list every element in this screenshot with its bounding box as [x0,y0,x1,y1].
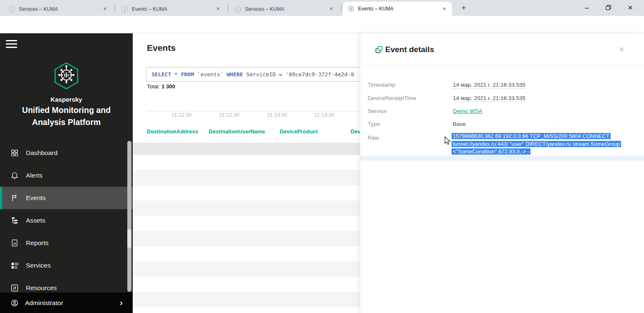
sidebar: Kaspersky Unified Monitoring and Analysi… [0,33,133,313]
table-row-stripe [133,143,360,155]
new-tab-button[interactable]: + [458,3,469,14]
tab-separator [228,5,228,12]
tab-separator [341,5,341,12]
kuma-favicon [121,6,128,13]
field-label: Timestamp [368,82,395,88]
kuma-favicon [8,6,15,13]
field-value: Base [453,121,466,127]
chevron-right-icon: › [120,298,123,308]
selection-tail-band [360,156,644,160]
panel-divider [360,65,644,65]
events-main-area: Events SELECT * FROM `events` WHERE Serv… [133,33,360,313]
field-value: 14 мар. 2021 г. 21:16:33.535 [453,82,525,89]
sql-text: ServiceID = '89ce7dc9-372f-4e2d-8 [243,71,354,78]
hamburger-menu-icon[interactable] [6,40,17,50]
raw-line: 1579866630.362 69 192.0.0.66 TCP_MISS/20… [452,133,611,139]
user-circle-icon [10,299,19,307]
sidebar-scrollbar[interactable] [127,141,131,292]
dashboard-icon [10,149,19,157]
tab-events-1[interactable]: Events – KUMA × [116,2,226,16]
close-icon[interactable]: × [619,44,624,55]
column-header-destination-username[interactable]: DestinationUserName [209,128,265,135]
panel-title: Event details [385,45,434,54]
sidebar-item-administrator[interactable]: Administrator › [0,293,133,313]
timeline-tick: 21:13:00 [264,112,290,118]
flag-icon [10,194,19,202]
timeline-tick: 21:13:30 [311,112,338,118]
field-value: 14 мар. 2021 г. 21:16:33.535 [453,95,525,102]
table-row-stripe [133,170,360,185]
sidebar-item-label: Assets [26,217,45,224]
report-icon [10,239,19,247]
sidebar-item-alerts[interactable]: Alerts [0,164,133,187]
mouse-cursor [444,136,452,145]
sidebar-menu: Dashboard Alerts Events Assets Reports S… [0,142,133,299]
column-header-destination-address[interactable]: DestinationAddress [147,128,198,135]
sliders-icon [10,284,19,292]
sidebar-item-dashboard[interactable]: Dashboard [0,142,133,164]
sql-keyword: FROM [181,71,194,78]
detail-row-timestamp: Timestamp 14 мар. 2021 г. 21:16:33.535 [360,82,644,92]
tab-close-icon[interactable]: × [441,5,448,13]
sidebar-item-label: Reports [26,239,48,247]
sidebar-item-services[interactable]: Services [0,254,133,277]
sql-keyword: SELECT [152,71,171,78]
raw-event-text[interactable]: 1579866630.362 69 192.0.0.66 TCP_MISS/20… [452,133,635,156]
page-title: Events [147,43,176,53]
timeline-axis [147,111,360,111]
window-restore-button[interactable] [599,0,618,15]
kuma-favicon [348,5,354,12]
detail-row-service: Service Demo WSA [360,108,644,118]
sidebar-item-assets[interactable]: Assets [0,209,133,232]
sidebar-item-label: Events [26,194,45,202]
browser-tab-bar: Services – KUMA × Events – KUMA × Servic… [0,0,644,16]
tab-close-icon[interactable]: × [215,5,222,13]
total-label: Total: [147,83,160,90]
kuma-favicon [235,6,241,13]
sidebar-item-events[interactable]: Events [0,187,133,209]
tab-separator [115,5,115,12]
tab-title: Events – KUMA [132,6,215,12]
window-minimize-button[interactable]: – [577,0,596,15]
sidebar-item-reports[interactable]: Reports [0,232,133,254]
field-label: Service [368,108,386,114]
timeline-tick: 21:12:30 [216,112,242,118]
table-row-stripe [133,261,360,277]
tab-close-icon[interactable]: × [101,5,109,13]
table-row-stripe [133,231,360,246]
sidebar-item-label: Dashboard [26,149,58,157]
raw-line: tunnel://yandex.ru:443/ "user" DIRECT/ya… [452,141,621,147]
tab-services-1[interactable]: Services – KUMA × [3,2,113,16]
pages-icon [374,45,384,54]
restore-icon [604,3,613,12]
window-close-button[interactable]: × [621,0,640,15]
sidebar-item-label: Alerts [26,172,43,179]
kaspersky-logo [53,62,80,94]
browser-toolbar: ← → ↻ kuma.example.com:7220/events?searc… [0,16,644,33]
field-label: Raw [368,135,379,141]
sql-text: `events` [194,71,227,78]
service-link[interactable]: Demo WSA [453,108,482,114]
column-header-truncated[interactable]: Dev [351,128,360,135]
grid-icon [10,261,19,270]
tab-services-2[interactable]: Services – KUMA × [230,2,339,16]
tree-icon [10,216,19,225]
timeline-tick: 21:12:00 [168,112,195,118]
table-row-stripe [133,200,360,216]
raw-line: <"SomeCondition",672,93,0,-> - [452,148,530,155]
tab-title: Events – KUMA [358,6,441,12]
tab-close-icon[interactable]: × [328,5,335,13]
column-header-device-product[interactable]: DeviceProduct [280,128,318,135]
sql-text: * [171,71,181,78]
field-label: DeviceReceiptTime [368,95,417,101]
total-value: 1 300 [162,83,175,90]
brand-name: Kaspersky [0,96,133,103]
product-name: Unified Monitoring and Analysis Platform [0,104,133,128]
tab-events-active[interactable]: Events – KUMA × [343,2,452,16]
tab-title: Services – KUMA [19,6,101,12]
sidebar-item-label: Resources [26,284,57,292]
tab-title: Services – KUMA [245,6,328,12]
sql-query-input[interactable]: SELECT * FROM `events` WHERE ServiceID =… [146,67,360,82]
sidebar-scrollbar-thumb[interactable] [127,229,131,248]
detail-row-device-receipt-time: DeviceReceiptTime 14 мар. 2021 г. 21:16:… [360,95,644,105]
